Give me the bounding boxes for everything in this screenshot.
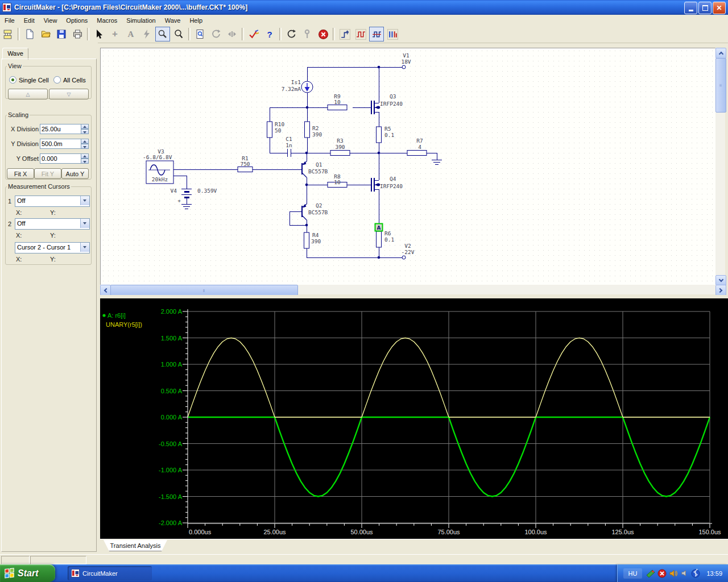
help-icon[interactable]: ?: [262, 27, 277, 41]
component-label: R2: [312, 125, 318, 131]
menu-item-help[interactable]: Help: [185, 16, 207, 25]
reset-simulation-icon[interactable]: [284, 27, 299, 41]
tablet-utility-icon[interactable]: [646, 569, 655, 578]
zoom-wand-icon[interactable]: [155, 27, 170, 41]
menu-item-view[interactable]: View: [39, 16, 62, 25]
component-label: R4: [312, 232, 319, 238]
security-alert-icon[interactable]: [657, 569, 667, 578]
x-division-label: X Division: [11, 126, 39, 132]
menu-item-options[interactable]: Options: [61, 16, 92, 25]
auto-y-button[interactable]: Auto Y: [61, 168, 89, 179]
chevron-down-icon[interactable]: [80, 243, 89, 252]
transistors: [302, 101, 379, 220]
status-cell: [1, 556, 30, 564]
schematic-hscrollbar[interactable]: ‖: [100, 285, 725, 294]
wave-panel-body: View Single Cell All Cells △ ▽ Scaling X…: [1, 59, 97, 552]
stop-simulation-icon[interactable]: [316, 27, 330, 41]
save-file-icon[interactable]: [54, 27, 69, 41]
chevron-down-icon[interactable]: [80, 196, 89, 205]
component-label: 10: [334, 179, 341, 185]
schematic-vscrollbar[interactable]: ≡: [715, 48, 725, 285]
prev-cell-button[interactable]: △: [8, 89, 48, 99]
volume-icon[interactable]: [669, 569, 678, 578]
waveform-panel[interactable]: 2.000 A1.500 A1.000 A0.500 A0.000 A-0.50…: [100, 295, 728, 542]
check-analysis-icon[interactable]: [246, 27, 261, 41]
component-label: 1n: [286, 142, 292, 148]
magnifier-icon[interactable]: [171, 27, 186, 41]
cursor2-select[interactable]: Off: [15, 218, 90, 230]
component-label: 390: [312, 131, 322, 138]
audio-device-icon[interactable]: [680, 569, 689, 577]
radio-all-cells[interactable]: All Cells: [53, 76, 86, 84]
fit-y-button[interactable]: Fit Y: [34, 168, 61, 179]
digital-waveform-icon[interactable]: [353, 27, 368, 41]
x-division-spinner[interactable]: [81, 124, 89, 134]
x-tick-label: 50.00us: [350, 529, 373, 535]
logic-pulses-icon[interactable]: [385, 27, 400, 41]
tab-transient-analysis[interactable]: Transient Analysis: [104, 540, 167, 551]
restore-button[interactable]: [698, 2, 712, 14]
component-label: IRFP240: [380, 183, 403, 189]
y-division-spinner[interactable]: [81, 139, 89, 149]
minimize-button[interactable]: [684, 2, 697, 14]
start-button[interactable]: Start: [0, 564, 55, 582]
chevron-down-icon[interactable]: [80, 219, 89, 228]
bluetooth-icon[interactable]: [691, 569, 700, 578]
component-label: Is1: [291, 79, 301, 85]
close-button[interactable]: ✕: [713, 2, 726, 14]
legend-r6i[interactable]: A: r6[i]: [107, 312, 126, 319]
cursor-delta-select[interactable]: Cursor 2 - Cursor 1: [15, 242, 90, 253]
fit-x-button[interactable]: Fit X: [7, 168, 34, 179]
menu-item-macros[interactable]: Macros: [92, 16, 122, 25]
y-tick-label: 0.000 A: [161, 414, 183, 421]
taskbar-item-circuitmaker[interactable]: CircuitMaker: [68, 566, 152, 580]
component-label: 50: [275, 127, 282, 134]
wires: [173, 67, 442, 257]
schematic-viewport[interactable]: V118VIs17.32mAR910Q3IRFP240R1050R2390C11…: [100, 48, 716, 285]
x-division-input[interactable]: [40, 124, 82, 134]
menu-item-wave[interactable]: Wave: [160, 16, 185, 25]
print-icon[interactable]: [70, 27, 85, 41]
browse-components-icon[interactable]: [1, 27, 15, 41]
wire-tool-icon[interactable]: [139, 27, 154, 41]
language-indicator[interactable]: HU: [623, 568, 643, 579]
setup-wrench-icon[interactable]: [300, 27, 315, 41]
y-offset-spinner[interactable]: [81, 153, 89, 164]
taskbar: Start CircuitMaker HU 13:59: [0, 564, 728, 582]
place-part-icon[interactable]: +: [107, 27, 122, 41]
cursor1-select[interactable]: Off: [15, 196, 90, 207]
menu-item-edit[interactable]: Edit: [19, 16, 39, 25]
new-file-icon[interactable]: [22, 27, 37, 41]
legend-unary-r5i[interactable]: UNARY(r5[i]): [106, 321, 142, 328]
radio-single-cell[interactable]: Single Cell: [9, 76, 49, 84]
scaling-group-legend: Scaling: [7, 111, 30, 118]
scroll-left-icon[interactable]: [100, 285, 111, 296]
place-text-icon[interactable]: A: [123, 27, 138, 41]
scope-step-icon[interactable]: [337, 27, 352, 41]
menu-item-simulation[interactable]: Simulation: [122, 16, 160, 25]
hscroll-thumb[interactable]: ‖: [110, 285, 298, 296]
scroll-up-icon[interactable]: [715, 48, 726, 59]
open-file-icon[interactable]: [38, 27, 53, 41]
select-arrow-icon[interactable]: [92, 27, 106, 41]
next-cell-button[interactable]: ▽: [49, 89, 89, 99]
rotate-icon[interactable]: [209, 27, 224, 41]
app-icon: [71, 569, 80, 577]
mixed-waveform-icon[interactable]: [369, 27, 384, 41]
split-view-icon[interactable]: [225, 27, 239, 41]
y-offset-input[interactable]: [40, 153, 82, 164]
x-tick-label: 125.0us: [611, 529, 634, 535]
y-division-input[interactable]: [40, 139, 82, 149]
scroll-right-icon[interactable]: [715, 285, 726, 296]
x-tick-label: 100.0us: [524, 529, 547, 535]
search-preview-icon[interactable]: [193, 27, 208, 41]
schematic-canvas[interactable]: V118VIs17.32mAR910Q3IRFP240R1050R2390C11…: [101, 48, 716, 285]
tab-wave[interactable]: Wave: [2, 48, 28, 60]
plot-canvas[interactable]: 2.000 A1.500 A1.000 A0.500 A0.000 A-0.50…: [100, 298, 728, 539]
component-label: R10: [275, 121, 284, 127]
component-label: V1: [403, 52, 410, 59]
scaling-group: Scaling X Division Y Division Y Offset F…: [5, 111, 92, 180]
menu-item-file[interactable]: File: [0, 16, 19, 25]
taskbar-clock[interactable]: 13:59: [706, 570, 722, 577]
vscroll-thumb[interactable]: ≡: [715, 58, 726, 113]
